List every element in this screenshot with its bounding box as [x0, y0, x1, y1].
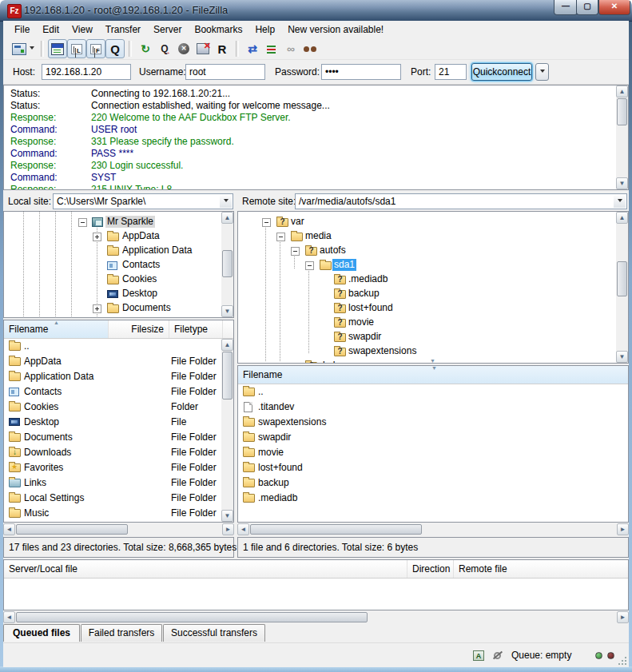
scroll-up-icon[interactable]: ▲: [221, 339, 233, 351]
menu-new-version[interactable]: New version available!: [281, 21, 390, 38]
file-row-up[interactable]: ..: [239, 384, 629, 400]
scroll-down-icon[interactable]: ▼: [221, 305, 233, 317]
scroll-down-icon[interactable]: ▼: [616, 177, 628, 189]
log-scrollbar[interactable]: ▲ ▼: [616, 85, 628, 189]
tree-item-label[interactable]: Contacts: [121, 259, 161, 271]
site-manager-button[interactable]: [10, 39, 37, 58]
local-tree-item-application-data[interactable]: Application Data: [4, 244, 233, 258]
file-row-swapdir[interactable]: swapdir: [239, 430, 629, 445]
scrollbar-thumb[interactable]: [16, 612, 368, 622]
tree-item-label[interactable]: Application Data: [121, 245, 193, 256]
scrollbar-thumb[interactable]: [222, 352, 233, 400]
remote-tree-item-backup[interactable]: backup: [238, 287, 628, 301]
scroll-right-icon[interactable]: ►: [222, 523, 234, 535]
tree-item-label-selected[interactable]: sda1: [332, 259, 356, 271]
tree-item-label[interactable]: autofs: [318, 245, 348, 256]
file-row-downloads[interactable]: DownloadsFile Folder: [5, 445, 234, 460]
tree-item-label[interactable]: lost+found: [347, 302, 395, 314]
column-direction[interactable]: Direction: [407, 560, 454, 578]
remote-tree-scrollbar[interactable]: ▲ ▼: [616, 212, 628, 363]
local-tree-item-contacts[interactable]: Contacts: [4, 258, 233, 272]
file-row-cookies[interactable]: CookiesFolder: [5, 400, 234, 415]
remote-site-combo[interactable]: /var/media/autofs/sda1: [295, 193, 627, 209]
file-row-links[interactable]: LinksFile Folder: [5, 475, 234, 491]
remote-tree-item-autofs[interactable]: autofs: [238, 244, 628, 258]
remote-tree-item-swapextensions[interactable]: swapextensions: [238, 344, 628, 359]
file-row-up[interactable]: ..: [5, 339, 234, 354]
tab-successful-transfers[interactable]: Successful transfers: [163, 624, 265, 642]
scroll-up-icon[interactable]: ▲: [221, 212, 233, 224]
filter-button[interactable]: [262, 39, 281, 58]
remote-tree-item-movie[interactable]: movie: [238, 316, 628, 330]
tab-failed-transfers[interactable]: Failed transfers: [81, 624, 162, 642]
scrollbar-thumb[interactable]: [617, 98, 627, 125]
scrollbar-thumb[interactable]: [16, 524, 128, 535]
collapse-icon[interactable]: [305, 261, 314, 270]
scroll-right-icon[interactable]: ►: [617, 523, 629, 535]
column-remote-file[interactable]: Remote file: [454, 560, 628, 578]
menu-file[interactable]: File: [8, 21, 36, 38]
local-tree-item-mr-sparkle[interactable]: Mr Sparkle: [4, 215, 233, 229]
tree-item-label[interactable]: Cookies: [121, 273, 158, 285]
collapse-icon[interactable]: [78, 218, 87, 227]
menu-help[interactable]: Help: [248, 21, 281, 38]
local-list-hscrollbar[interactable]: ◄ ►: [3, 523, 234, 535]
local-tree-item-downloads[interactable]: Downloads: [4, 316, 233, 318]
port-input[interactable]: [435, 64, 467, 80]
find-files-button[interactable]: [300, 39, 320, 58]
file-row-mediadb[interactable]: .mediadb: [239, 491, 629, 506]
toggle-queue-button[interactable]: [105, 39, 125, 58]
splitter-collapse-icon[interactable]: ▼: [430, 358, 435, 364]
menu-transfer[interactable]: Transfer: [99, 21, 147, 38]
tree-item-label[interactable]: swapextensions: [347, 345, 418, 357]
cancel-operation-button[interactable]: [174, 39, 193, 58]
expand-icon[interactable]: [93, 304, 101, 313]
scrollbar-thumb[interactable]: [250, 524, 422, 535]
scroll-up-icon[interactable]: ▲: [616, 85, 628, 97]
combo-arrow-button[interactable]: [220, 195, 232, 208]
toggle-local-tree-button[interactable]: [67, 39, 86, 58]
menu-bookmarks[interactable]: Bookmarks: [188, 21, 248, 38]
file-row-titandev[interactable]: .titandev: [239, 400, 629, 415]
menu-server[interactable]: Server: [147, 21, 188, 38]
local-tree-item-cookies[interactable]: Cookies: [4, 272, 233, 287]
file-row-favorites[interactable]: FavoritesFile Folder: [5, 460, 234, 475]
tab-queued-files[interactable]: Queued files: [3, 624, 80, 642]
tree-item-label[interactable]: Mr Sparkle: [105, 216, 155, 228]
process-queue-button[interactable]: [155, 39, 174, 58]
scroll-left-icon[interactable]: ◄: [237, 523, 249, 535]
close-button[interactable]: ✕: [598, 0, 630, 15]
file-row-desktop[interactable]: DesktopFile: [5, 415, 234, 430]
tree-item-label[interactable]: Downloads: [121, 316, 171, 318]
menu-edit[interactable]: Edit: [36, 21, 66, 38]
remote-list-hscrollbar[interactable]: ◄ ►: [237, 523, 629, 535]
tree-item-label[interactable]: dvd: [318, 360, 336, 364]
refresh-button[interactable]: [136, 39, 155, 58]
disconnect-button[interactable]: [193, 39, 213, 58]
file-row-local-settings[interactable]: Local SettingsFile Folder: [5, 491, 234, 506]
tree-item-label[interactable]: media: [304, 230, 333, 242]
remote-tree-item-swapdir[interactable]: swapdir: [238, 330, 628, 344]
file-row-swapextensions[interactable]: swapextensions: [239, 415, 629, 430]
toggle-remote-tree-button[interactable]: [86, 39, 105, 58]
toggle-message-log-button[interactable]: [48, 39, 67, 58]
maximize-button[interactable]: ▢: [576, 0, 598, 15]
tree-item-label[interactable]: Desktop: [121, 288, 159, 300]
remote-tree-item-lost-found[interactable]: lost+found: [238, 301, 628, 316]
column-filesize[interactable]: Filesize: [109, 320, 169, 338]
local-tree-item-desktop[interactable]: Desktop: [4, 287, 233, 301]
sync-browsing-button[interactable]: [281, 39, 300, 58]
scrollbar-thumb[interactable]: [617, 261, 627, 296]
column-server-local-file[interactable]: Server/Local file: [4, 560, 407, 578]
collapse-icon[interactable]: [291, 247, 300, 256]
quickconnect-dropdown-button[interactable]: [535, 63, 549, 81]
scroll-down-icon[interactable]: ▼: [221, 510, 233, 522]
remote-tree-item-mediadb[interactable]: .mediadb: [238, 272, 628, 287]
scroll-right-icon[interactable]: ►: [617, 611, 629, 623]
expand-icon[interactable]: [93, 233, 101, 241]
file-row-movie[interactable]: movie: [239, 445, 629, 460]
scroll-left-icon[interactable]: ◄: [3, 523, 15, 535]
file-row-backup[interactable]: backup: [239, 475, 629, 491]
quickconnect-button[interactable]: Quickconnect: [471, 63, 532, 81]
resize-grip[interactable]: [618, 656, 627, 666]
